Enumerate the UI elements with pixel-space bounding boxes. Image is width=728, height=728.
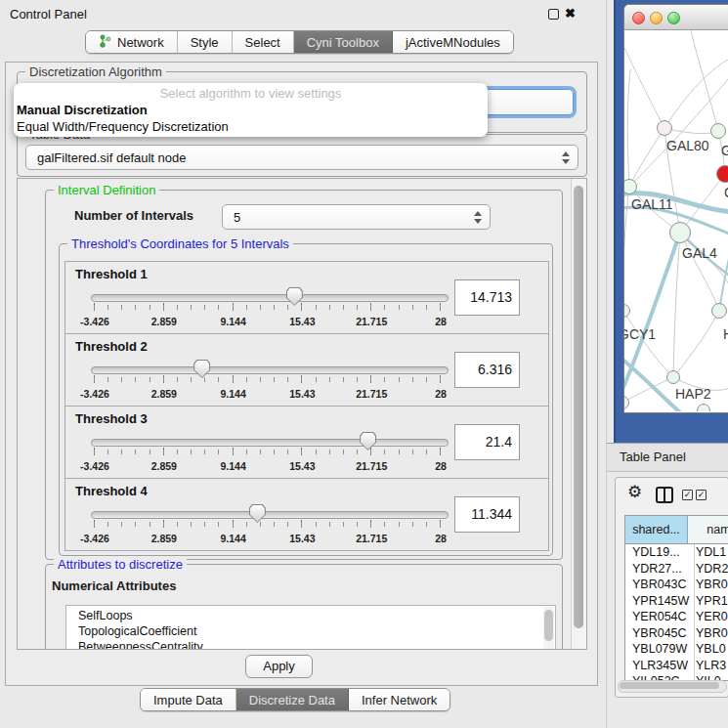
table-row[interactable]: YER054CYER0 [625, 609, 728, 625]
dropdown-option-equal-width[interactable]: Equal Width/Frequency Discretization [17, 119, 229, 134]
slider-track[interactable] [91, 366, 449, 374]
slider-track[interactable] [91, 294, 449, 302]
tab-style[interactable]: Style [178, 31, 233, 53]
number-of-intervals-value: 5 [234, 210, 240, 225]
slider-tick-labels: -3.4262.8599.14415.4321.71528 [91, 460, 447, 472]
table-header-row: shared... name [625, 516, 728, 544]
slider-tick-label: -3.426 [65, 388, 124, 400]
zoom-traffic-light[interactable] [667, 12, 680, 24]
network-node-label: GAL4 [682, 245, 717, 261]
slider-minor-ticks [94, 450, 443, 454]
table-cell: YDR27... [625, 561, 695, 578]
cytoscape-desktop: GAL80GACGAL11GAL4GCY1HHAP2 [614, 0, 728, 443]
numerical-attributes-list: SelfLoopsTopologicalCoefficientBetweenne… [65, 605, 556, 650]
network-node-label: HAP2 [675, 386, 711, 402]
slider-thumb[interactable] [249, 504, 266, 523]
table-panel-title: Table Panel [620, 450, 686, 464]
float-window-icon[interactable] [548, 9, 559, 20]
tab-impute-data[interactable]: Impute Data [141, 689, 236, 710]
table-cell: YIL0 [696, 673, 728, 680]
network-canvas[interactable]: GAL80GACGAL11GAL4GCY1HHAP2 [624, 30, 728, 411]
close-traffic-light[interactable] [632, 12, 645, 24]
tab-network[interactable]: Network [86, 31, 178, 53]
table-row[interactable]: YLR345WYLR3 [625, 658, 728, 674]
slider-tick-label: 2.859 [135, 388, 193, 400]
threshold-panel-1: Threshold 1 -3.4262.8599.14415.4321.7152… [64, 261, 549, 334]
split-columns-icon[interactable] [656, 487, 673, 503]
table-row[interactable]: YIL052CYIL0 [625, 673, 728, 680]
table-row[interactable]: YDR27...YDR2 [625, 561, 728, 578]
network-node[interactable] [711, 303, 727, 319]
threshold-value-field[interactable]: 6.316 [454, 352, 520, 388]
network-node[interactable] [710, 123, 726, 139]
network-node[interactable] [697, 404, 710, 411]
table-data-combobox[interactable]: galFiltered.sif default node [25, 145, 578, 170]
slider-thumb[interactable] [360, 432, 376, 450]
tab-infer-network[interactable]: Infer Network [349, 689, 450, 710]
network-edges [624, 30, 728, 411]
network-node[interactable] [716, 165, 728, 183]
table-cell: YBL079W [625, 641, 695, 658]
slider-tick-label: 15.43 [273, 533, 331, 544]
column-header-shared-name[interactable]: shared... [625, 516, 688, 544]
slider-minor-ticks [94, 522, 443, 527]
tab-discretize-data[interactable]: Discretize Data [236, 689, 349, 710]
attribute-list-item[interactable]: SelfLoops [66, 608, 555, 623]
interval-definition-group: Interval Definition Number of Intervals … [45, 190, 563, 560]
table-cell: YDL19... [625, 544, 695, 561]
control-panel-titlebar: Control Panel ✖ [0, 0, 606, 27]
gear-icon[interactable]: ⚙ [627, 484, 642, 501]
checkbox-icon-2[interactable]: ✓ [696, 490, 707, 500]
dropdown-option-manual[interactable]: Manual Discretization [17, 103, 148, 117]
tab-cyni-toolbox[interactable]: Cyni Toolbox [294, 31, 393, 53]
tab-select[interactable]: Select [233, 31, 294, 53]
table-row[interactable]: YBL079WYBL0 [625, 641, 728, 658]
main-scrollbar-thumb[interactable] [574, 186, 583, 628]
table-row[interactable]: YDL19...YDL1 [625, 544, 728, 561]
network-node-label: GCY1 [624, 326, 656, 342]
tab-jactivemnodules[interactable]: jActiveMNodules [393, 31, 513, 53]
network-node-label: C [724, 185, 728, 200]
network-node[interactable] [657, 120, 672, 136]
table-cell: YIL052C [625, 673, 695, 680]
number-of-intervals-combobox[interactable]: 5 [222, 204, 491, 230]
column-header-name[interactable]: name [688, 516, 728, 544]
slider-track[interactable] [91, 439, 449, 447]
combo-stepper-icon [562, 151, 571, 164]
minimize-traffic-light[interactable] [650, 12, 663, 24]
slider-thumb[interactable] [286, 287, 303, 306]
table-horizontal-scrollbar-thumb[interactable] [620, 682, 719, 689]
slider-tick-labels: -3.4262.8599.14415.4321.71528 [91, 316, 447, 327]
tab-jactivemnodules-label: jActiveMNodules [406, 35, 500, 50]
apply-button[interactable]: Apply [245, 655, 313, 678]
attribute-list-item[interactable]: TopologicalCoefficient [66, 623, 555, 639]
close-icon[interactable]: ✖ [565, 6, 576, 21]
slider-tick-label: 28 [411, 388, 470, 400]
threshold-value-field[interactable]: 11.344 [454, 496, 520, 533]
interval-definition-title: Interval Definition [54, 183, 159, 197]
window-title: Control Panel [10, 7, 87, 21]
attributes-list-scrollbar-thumb[interactable] [544, 610, 553, 641]
table-row[interactable]: YBR045CYBR0 [625, 625, 728, 642]
table-cell: YBL0 [696, 641, 728, 658]
table-panel-header: Table Panel [607, 443, 728, 472]
attributes-group-title: Attributes to discretize [54, 557, 187, 572]
network-node[interactable] [669, 222, 691, 243]
checkbox-icon-1[interactable]: ✓ [682, 490, 693, 500]
attribute-list-item[interactable]: BetweennessCentrality [66, 639, 555, 650]
threshold-value-field[interactable]: 14.713 [454, 279, 520, 316]
slider-thumb[interactable] [193, 360, 210, 378]
table-row[interactable]: YPR145WYPR1 [625, 593, 728, 610]
network-node[interactable] [666, 370, 680, 384]
slider-tick-label: 2.859 [135, 316, 193, 327]
slider-track[interactable] [91, 511, 449, 519]
discretization-algorithm-group-title: Discretization Algorithm [25, 64, 166, 79]
network-icon [99, 34, 111, 51]
threshold-value-field[interactable]: 21.4 [454, 424, 520, 460]
network-view-window: GAL80GACGAL11GAL4GCY1HHAP2 [623, 4, 728, 413]
main-scrollbar [571, 179, 586, 649]
table-cell: YBR0 [696, 577, 728, 593]
slider-minor-ticks [94, 305, 443, 310]
table-row[interactable]: YBR043CYBR0 [625, 577, 728, 593]
table-cell: YDR2 [696, 561, 728, 578]
